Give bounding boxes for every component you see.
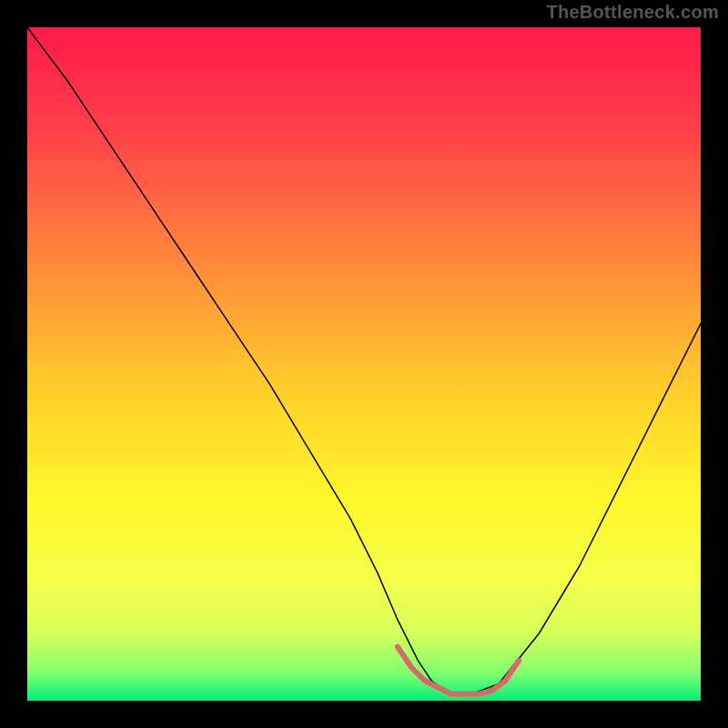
gradient-background — [27, 27, 701, 701]
chart-frame: TheBottleneck.com — [0, 0, 728, 728]
watermark-label: TheBottleneck.com — [546, 2, 719, 23]
chart-plot — [27, 27, 701, 701]
